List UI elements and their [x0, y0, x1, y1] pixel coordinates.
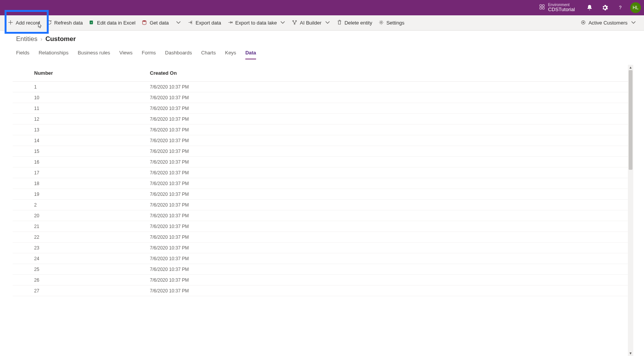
get-data-button[interactable]: Get data: [138, 17, 172, 29]
svg-rect-3: [542, 7, 544, 9]
svg-rect-2: [540, 7, 542, 9]
tab-dashboards[interactable]: Dashboards: [165, 48, 192, 59]
delete-entity-button[interactable]: Delete entity: [334, 17, 375, 29]
trash-icon: [337, 20, 342, 26]
cmd-label: Settings: [386, 20, 404, 26]
svg-point-9: [143, 20, 146, 21]
svg-point-14: [381, 21, 382, 23]
tab-keys[interactable]: Keys: [225, 48, 236, 59]
chevron-down-icon: [325, 20, 330, 26]
datalake-icon: [227, 20, 233, 26]
view-icon: [580, 20, 586, 26]
export-icon: [187, 20, 193, 26]
cmd-label: Export data: [196, 20, 221, 26]
tab-business-rules[interactable]: Business rules: [78, 48, 110, 59]
get-data-dropdown[interactable]: [172, 17, 184, 29]
ai-icon: [292, 20, 297, 26]
notifications-button[interactable]: [583, 1, 596, 15]
user-avatar[interactable]: HL: [630, 2, 641, 13]
breadcrumb: Entities › Customer: [0, 31, 644, 44]
environment-selector[interactable]: Environment CDSTutorial: [539, 3, 575, 12]
tab-forms[interactable]: Forms: [142, 48, 156, 59]
cmd-label: AI Builder: [300, 20, 321, 26]
gear-icon: [378, 20, 384, 26]
cmd-label: Export to data lake: [235, 20, 277, 26]
svg-point-12: [296, 20, 297, 21]
view-selector[interactable]: Active Customers: [577, 17, 639, 29]
svg-text:X: X: [90, 21, 92, 24]
database-icon: [141, 20, 147, 26]
cmd-label: Delete entity: [345, 20, 372, 26]
plus-icon: [8, 20, 13, 26]
edit-in-excel-button[interactable]: X Edit data in Excel: [86, 17, 138, 29]
breadcrumb-current: Customer: [45, 35, 76, 43]
tab-charts[interactable]: Charts: [201, 48, 216, 59]
refresh-icon: [46, 20, 52, 26]
ai-builder-button[interactable]: AI Builder: [289, 17, 333, 29]
avatar-initials: HL: [632, 5, 638, 10]
chevron-down-icon: [280, 20, 286, 26]
chevron-down-icon: [631, 20, 636, 26]
svg-rect-1: [542, 5, 544, 7]
command-bar: Add record Refresh data X Edit data in E…: [0, 15, 644, 31]
chevron-right-icon: ›: [41, 36, 43, 42]
export-data-lake-button[interactable]: Export to data lake: [224, 17, 289, 29]
svg-point-10: [232, 22, 233, 23]
breadcrumb-parent[interactable]: Entities: [16, 35, 38, 43]
chevron-down-icon: [176, 20, 181, 26]
environment-icon: [539, 4, 545, 11]
refresh-data-button[interactable]: Refresh data: [43, 17, 86, 29]
excel-icon: X: [89, 20, 95, 26]
tab-fields[interactable]: Fields: [16, 48, 30, 59]
svg-text:?: ?: [619, 5, 622, 10]
cmd-label: Edit data in Excel: [97, 20, 135, 26]
export-data-button[interactable]: Export data: [184, 17, 224, 29]
cmd-label: Get data: [150, 20, 169, 26]
tab-data[interactable]: Data: [245, 48, 256, 59]
environment-name: CDSTutorial: [548, 7, 575, 12]
tab-views[interactable]: Views: [119, 48, 132, 59]
cmd-label: Active Customers: [588, 20, 628, 26]
top-app-bar: Environment CDSTutorial ? HL: [0, 0, 644, 15]
cursor-pointer-icon: [36, 22, 43, 32]
tab-relationships[interactable]: Relationships: [39, 48, 69, 59]
settings-button[interactable]: [598, 1, 612, 15]
svg-rect-0: [540, 5, 542, 7]
entity-tabs: Fields Relationships Business rules View…: [0, 44, 644, 59]
svg-point-16: [583, 22, 584, 23]
svg-point-11: [293, 20, 294, 21]
help-button[interactable]: ?: [613, 1, 627, 15]
settings-entity-button[interactable]: Settings: [375, 17, 407, 29]
cmd-label: Refresh data: [54, 20, 83, 26]
